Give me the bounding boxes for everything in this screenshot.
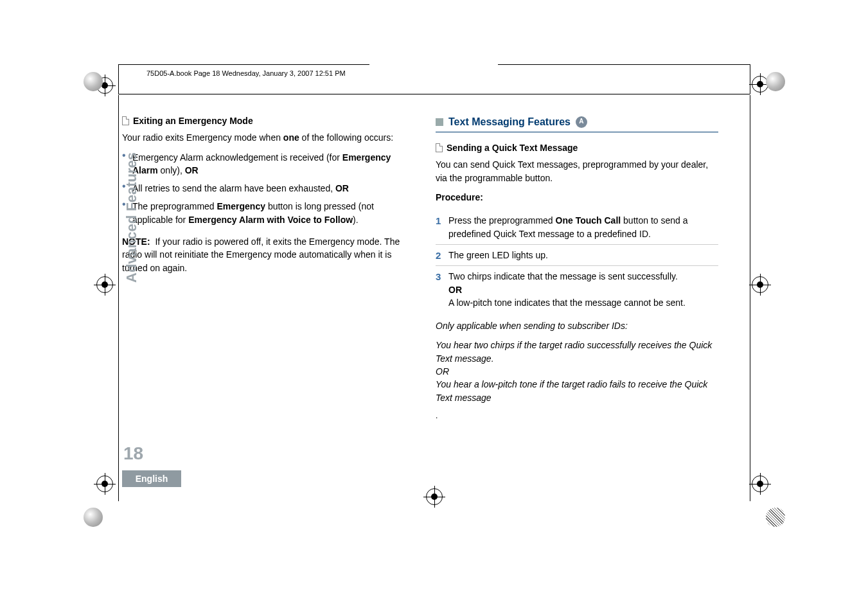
side-tab-label: Advanced Features — [123, 152, 140, 283]
left-column: Exiting an Emergency Mode Your radio exi… — [122, 114, 405, 422]
text: only), — [158, 165, 185, 175]
bold-or: OR — [335, 183, 349, 193]
chapter-heading-text-messaging: Text Messaging Features A — [436, 114, 718, 129]
heading-text: Text Messaging Features — [448, 114, 571, 129]
heading-rule — [436, 132, 718, 132]
badge-glyph: A — [579, 117, 583, 127]
corner-blob-icon — [84, 508, 103, 527]
step-2: 2 The green LED lights up. — [436, 245, 718, 266]
text: The preprogrammed — [132, 201, 217, 211]
section-heading-exiting-emergency: Exiting an Emergency Mode — [122, 114, 405, 127]
list-item: The preprogrammed Emergency button is lo… — [122, 200, 405, 226]
language-tab: English — [122, 470, 181, 487]
bold-or: OR — [448, 285, 462, 295]
page-content: 75D05-A.book Page 18 Wednesday, January … — [122, 69, 745, 506]
step-1: 1 Press the preprogrammed One Touch Call… — [436, 210, 718, 245]
stray-period: . — [436, 411, 718, 422]
note-body: If your radio is powered off, it exits t… — [122, 236, 400, 273]
text: Your radio exits Emergency mode when — [122, 132, 283, 143]
heading-text: Sending a Quick Text Message — [447, 141, 578, 154]
text: Emergency Alarm acknowledgement is recei… — [132, 152, 342, 163]
corner-blob-icon — [766, 72, 785, 91]
step-3: 3 Two chirps indicate that the message i… — [436, 266, 718, 313]
right-column: Text Messaging Features A Sending a Quic… — [436, 114, 718, 422]
registration-mark-icon — [752, 276, 768, 293]
procedure-steps: 1 Press the preprogrammed One Touch Call… — [436, 210, 718, 313]
procedure-label: Procedure: — [436, 191, 718, 204]
registration-mark-icon — [752, 475, 768, 492]
heading-text: Exiting an Emergency Mode — [133, 114, 253, 127]
note-block: NOTE: If your radio is powered off, it e… — [122, 235, 405, 274]
page-icon — [122, 116, 129, 125]
text: You hear two chirps if the target radio … — [436, 340, 712, 363]
page-icon — [436, 143, 443, 152]
text: ). — [353, 215, 359, 225]
bold: Emergency — [217, 201, 265, 211]
two-column-layout: Exiting an Emergency Mode Your radio exi… — [122, 114, 745, 422]
bold: Emergency Alarm with Voice to Follow — [188, 215, 353, 225]
registration-mark-icon — [96, 276, 113, 293]
registration-mark-icon — [426, 488, 443, 505]
bold: One Touch Call — [556, 215, 621, 226]
intro-paragraph: Your radio exits Emergency mode when one… — [122, 131, 405, 144]
text: of the following occurs: — [299, 132, 393, 143]
text-or: OR — [436, 366, 449, 377]
step-number: 2 — [436, 249, 441, 263]
bold-one: one — [283, 132, 299, 143]
section-heading-sending-quick-text: Sending a Quick Text Message — [436, 141, 718, 154]
feature-badge-icon: A — [576, 116, 587, 128]
corner-blob-icon — [84, 72, 103, 91]
step-number: 3 — [436, 270, 441, 284]
running-header: 75D05-A.book Page 18 Wednesday, January … — [146, 69, 745, 77]
corner-hatch-icon — [766, 508, 785, 527]
list-item: All retries to send the alarm have been … — [122, 182, 405, 195]
text: Two chirps indicate that the message is … — [448, 271, 678, 281]
text: Press the preprogrammed — [448, 215, 556, 226]
text: The green LED lights up. — [448, 250, 548, 260]
list-item: Emergency Alarm acknowledgement is recei… — [122, 151, 405, 177]
registration-mark-icon — [96, 475, 113, 492]
step-number: 1 — [436, 214, 441, 228]
text: All retries to send the alarm have been … — [132, 183, 335, 193]
bullet-list: Emergency Alarm acknowledgement is recei… — [122, 151, 405, 226]
frame-gap — [369, 64, 498, 66]
intro-paragraph: You can send Quick Text messages, prepro… — [436, 158, 718, 184]
square-bullet-icon — [436, 118, 443, 126]
text: A low-pitch tone indicates that the mess… — [448, 298, 686, 308]
bold-or: OR — [185, 165, 199, 175]
text: You hear a low-pitch tone if the target … — [436, 379, 707, 402]
italic-note-body: You hear two chirps if the target radio … — [436, 339, 718, 404]
italic-note-heading: Only applicable when sending to subscrib… — [436, 319, 718, 332]
page-number: 18 — [123, 443, 143, 464]
